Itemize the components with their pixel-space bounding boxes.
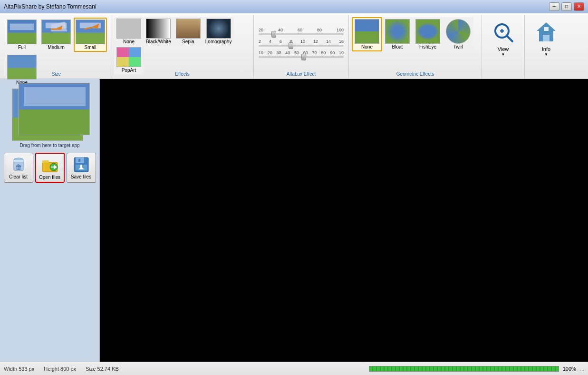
effects-section-label: Effects <box>111 71 253 77</box>
left-panel: Drag from here to target app 🗑 Clear lis… <box>0 79 100 362</box>
geo-fisheye-button[interactable]: FishEye <box>413 17 443 51</box>
size-section-label: Size <box>2 71 111 77</box>
maximize-button[interactable]: □ <box>561 2 572 11</box>
save-files-label: Save files <box>71 174 91 179</box>
svg-rect-10 <box>76 33 105 44</box>
size-small-label: Small <box>84 45 96 50</box>
altalux-bottom-numbers: 2 4 6 8 10 12 14 16 <box>257 39 346 44</box>
clear-list-label: Clear list <box>9 174 28 179</box>
clear-list-icon: 🗑 <box>9 155 28 174</box>
clear-list-button[interactable]: 🗑 Clear list <box>4 153 33 183</box>
size-medium-button[interactable]: Medium <box>39 18 73 52</box>
save-files-button[interactable]: Save files <box>67 153 96 183</box>
geo-bloat-button[interactable]: Bloat <box>382 17 413 51</box>
open-files-icon <box>40 156 59 175</box>
progress-dots: ... <box>580 366 584 372</box>
open-files-label: Open files <box>39 175 60 180</box>
altalux-section: 20 40 60 80 100 2 4 6 8 10 12 14 16 <box>254 15 349 79</box>
status-bar: Width 533 px Height 800 px Size 52.74 KB… <box>0 362 588 375</box>
effect-popart-button[interactable]: PopArt <box>114 46 144 74</box>
effect-none-label: None <box>123 39 135 44</box>
close-button[interactable]: ✕ <box>574 2 584 11</box>
effect-bw-label: Black/White <box>146 39 171 44</box>
svg-rect-26 <box>19 109 89 135</box>
altalux-top-numbers: 20 40 60 80 100 <box>257 28 346 32</box>
geo-none-button[interactable]: None <box>352 17 382 51</box>
size-section: Full Medium <box>2 15 111 79</box>
effect-lomo-label: Lomography <box>205 39 232 44</box>
effect-sepia-button[interactable]: Sepia <box>174 17 203 46</box>
geo-section: None Bloat FishEye Twirl Geometric Effec… <box>349 15 482 79</box>
altalux-top-slider[interactable] <box>259 33 344 35</box>
view-button[interactable]: View ▼ <box>488 17 519 59</box>
save-files-icon <box>72 155 91 174</box>
svg-rect-40 <box>78 159 80 162</box>
info-section: Info ▼ <box>525 15 568 79</box>
size-medium-label: Medium <box>48 45 65 50</box>
status-height: Height 800 px <box>44 366 76 372</box>
open-files-button[interactable]: Open files <box>35 153 65 183</box>
info-arrow: ▼ <box>544 52 548 57</box>
effect-bw-button[interactable]: Black/White <box>144 17 174 46</box>
svg-rect-30 <box>14 160 23 162</box>
status-size: Size 52.74 KB <box>86 366 119 372</box>
svg-rect-22 <box>544 27 549 31</box>
info-icon <box>533 20 559 45</box>
svg-line-17 <box>507 36 512 41</box>
geo-twirl-button[interactable]: Twirl <box>443 17 473 51</box>
geo-fisheye-label: FishEye <box>419 44 436 49</box>
svg-rect-27 <box>24 87 86 106</box>
minimize-button[interactable]: ─ <box>549 2 559 11</box>
status-width: Width 533 px <box>4 366 34 372</box>
effects-section: None Black/White Sepia Lomography PopArt… <box>111 15 254 79</box>
view-section: View ▼ <box>482 15 525 79</box>
altalux-bottom-slider[interactable] <box>259 45 344 47</box>
view-arrow: ▼ <box>501 52 505 57</box>
svg-rect-14 <box>8 55 36 68</box>
svg-rect-1 <box>8 33 36 44</box>
effect-lomo-button[interactable]: Lomography <box>203 17 234 46</box>
altalux-section-label: AltaLux Effect <box>254 71 348 77</box>
svg-rect-2 <box>10 24 34 30</box>
svg-rect-4 <box>42 33 70 44</box>
svg-text:🗑: 🗑 <box>15 163 22 171</box>
drag-label: Drag from here to target app <box>19 143 79 148</box>
effect-sepia-label: Sepia <box>182 39 194 44</box>
altalux-third-slider[interactable] <box>259 56 344 58</box>
geo-twirl-label: Twirl <box>453 44 463 49</box>
drag-thumbnail-area <box>12 83 88 140</box>
view-label: View <box>498 46 509 52</box>
svg-rect-21 <box>543 35 549 41</box>
geo-none-label: None <box>361 44 373 49</box>
geo-bloat-label: Bloat <box>392 44 403 49</box>
size-none-button[interactable]: None <box>5 53 39 87</box>
geo-section-label: Geometric Effects <box>349 71 482 77</box>
info-label: Info <box>542 46 550 52</box>
info-button[interactable]: Info ▼ <box>531 17 561 59</box>
effect-none-button[interactable]: None <box>114 17 144 46</box>
altalux-slider-area: 20 40 60 80 100 2 4 6 8 10 12 14 16 <box>257 17 346 69</box>
app-title: AltaPixShare by Stefano Tommesani <box>4 3 96 10</box>
size-full-button[interactable]: Full <box>5 18 39 52</box>
main-area: Drag from here to target app 🗑 Clear lis… <box>0 79 588 362</box>
svg-rect-33 <box>42 160 49 163</box>
size-full-label: Full <box>18 45 26 50</box>
title-bar: AltaPixShare by Stefano Tommesani ─ □ ✕ <box>0 0 588 13</box>
progress-label: 100% <box>563 366 576 372</box>
action-buttons: 🗑 Clear list <box>4 153 96 183</box>
progress-bar <box>369 366 559 372</box>
progress-area: 100% ... <box>128 366 584 372</box>
window-controls: ─ □ ✕ <box>549 2 584 11</box>
view-icon <box>491 20 516 45</box>
size-small-button[interactable]: Small <box>74 18 107 52</box>
preview-area <box>100 79 588 362</box>
toolbar: Full Medium <box>0 13 588 79</box>
svg-rect-42 <box>80 165 82 168</box>
